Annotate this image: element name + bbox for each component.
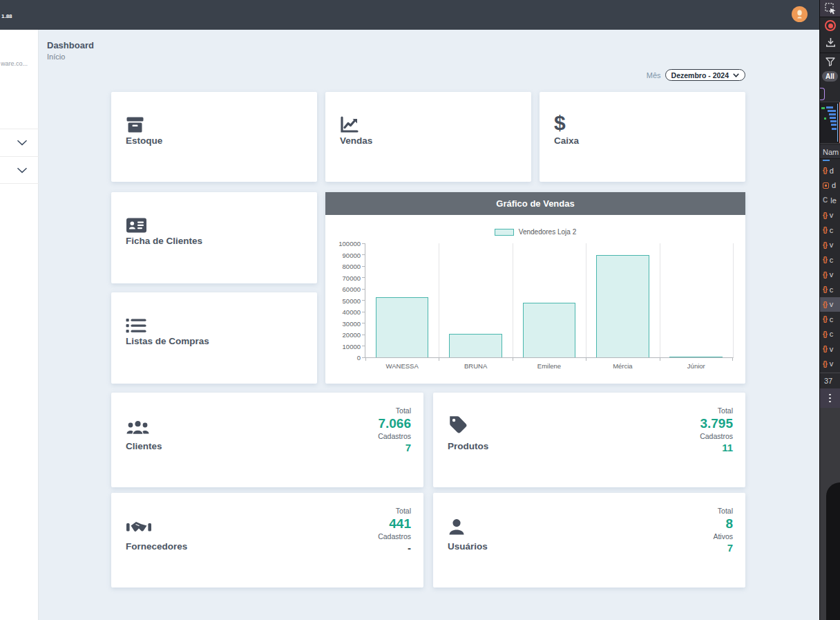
legend-label: Vendedores Loja 2 xyxy=(519,228,576,236)
kebab-menu-icon[interactable] xyxy=(820,388,840,408)
metric-block: Total 441 Cadastros - xyxy=(378,507,411,555)
metric-label: Cadastros xyxy=(378,532,411,541)
request-name: v xyxy=(830,270,834,279)
metric-label: Total xyxy=(713,507,733,516)
network-request-row[interactable]: {}c xyxy=(820,252,840,267)
bar-chart-plot: 0100002000030000400005000060000700008000… xyxy=(365,243,734,358)
user-icon xyxy=(448,511,466,536)
network-request-row[interactable]: d xyxy=(820,178,840,194)
document-icon xyxy=(823,182,829,189)
network-request-row[interactable]: {}c xyxy=(820,282,840,297)
json-braces-icon: {} xyxy=(823,271,827,279)
y-axis-tick-label: 20000 xyxy=(343,331,361,339)
sidebar-menu-item-1[interactable] xyxy=(0,129,39,156)
metric-value: 8 xyxy=(713,516,733,532)
json-braces-icon: {} xyxy=(823,315,827,323)
person-silhouette-icon xyxy=(795,10,804,19)
network-overview-waterfall[interactable] xyxy=(820,102,840,144)
x-axis-tick-mark xyxy=(732,357,733,361)
splitter-handle[interactable] xyxy=(820,88,825,100)
y-axis-tick-mark xyxy=(362,300,365,301)
nav-card-listas-de-compras[interactable]: Listas de Compras xyxy=(111,292,317,384)
network-request-row[interactable]: Cle xyxy=(820,193,840,208)
legend-swatch xyxy=(495,229,514,236)
network-request-row[interactable]: {}d xyxy=(820,163,840,178)
inspect-element-icon[interactable] xyxy=(825,3,837,17)
network-request-row[interactable]: {}v xyxy=(820,341,840,357)
sidebar-menu-item-2[interactable] xyxy=(0,156,39,184)
chart-bar[interactable] xyxy=(376,297,429,357)
stat-card-produtos[interactable]: Produtos Total 3.795 Cadastros 11 xyxy=(433,393,745,487)
nav-card-ficha-de-clientes[interactable]: Ficha de Clientes xyxy=(111,192,317,283)
json-braces-icon: {} xyxy=(823,301,827,308)
chart-bar[interactable] xyxy=(523,303,576,357)
network-request-row[interactable]: {}v xyxy=(820,357,840,372)
request-name: le xyxy=(830,196,837,205)
request-count: 37 xyxy=(820,373,840,388)
request-name: v xyxy=(830,211,834,219)
chart-bar[interactable] xyxy=(449,334,502,357)
filter-funnel-icon[interactable] xyxy=(825,57,835,69)
month-select[interactable]: Dezembro - 2024 xyxy=(665,69,745,81)
metric-block: Total 7.066 Cadastros 7 xyxy=(378,406,411,455)
chevron-down-icon xyxy=(17,140,28,146)
metric-label: Total xyxy=(700,406,733,415)
sidebar-truncated-text: ware.co... xyxy=(1,60,37,67)
main-content: Dashboard Início Mês Dezembro - 2024 Est… xyxy=(39,30,819,620)
breadcrumb: Início xyxy=(47,53,65,61)
id-card-icon xyxy=(126,212,147,234)
y-axis-tick-mark xyxy=(362,335,365,335)
metric-label: Cadastros xyxy=(378,432,411,441)
dollar-icon: $ xyxy=(554,111,566,133)
chart-line-icon xyxy=(340,111,359,133)
download-icon[interactable] xyxy=(825,37,836,50)
list-icon xyxy=(126,312,146,334)
x-axis-category-label: WANESSA xyxy=(386,362,419,370)
network-request-row[interactable]: {}v xyxy=(820,297,840,312)
y-axis-tick-mark xyxy=(362,289,365,290)
top-navbar: 1.88 xyxy=(0,0,819,30)
y-axis-tick-label: 70000 xyxy=(343,274,361,281)
metric-block: Total 3.795 Cadastros 11 xyxy=(700,406,733,455)
gridline xyxy=(513,243,513,357)
json-braces-icon: {} xyxy=(823,345,827,353)
network-name-column-header[interactable]: Nam xyxy=(820,145,840,159)
y-axis-tick-label: 60000 xyxy=(343,285,361,293)
network-request-row[interactable]: {}v xyxy=(820,267,840,283)
network-request-row[interactable]: {}c xyxy=(820,327,840,342)
request-name: d xyxy=(832,181,836,189)
x-axis-tick-mark xyxy=(439,357,439,361)
json-braces-icon: {} xyxy=(823,167,827,174)
divider xyxy=(820,17,840,17)
stat-card-clientes[interactable]: Clientes Total 7.066 Cadastros 7 xyxy=(111,393,423,487)
y-axis-tick-mark xyxy=(362,312,365,312)
stat-card-label: Clientes xyxy=(126,441,162,451)
metric-value: 441 xyxy=(378,516,411,532)
record-stop-icon[interactable] xyxy=(825,20,836,31)
y-axis-tick-label: 0 xyxy=(357,354,361,361)
chart-bar[interactable] xyxy=(669,357,723,357)
nav-card-vendas[interactable]: Vendas xyxy=(325,92,531,182)
stat-card-fornecedores[interactable]: Fornecedores Total 441 Cadastros - xyxy=(111,493,423,588)
nav-card-estoque[interactable]: Estoque xyxy=(111,92,317,182)
x-axis-tick-mark xyxy=(586,357,586,361)
nav-card-caixa[interactable]: $ Caixa xyxy=(540,92,745,182)
nav-card-label: Vendas xyxy=(340,135,372,146)
network-request-row[interactable]: {}v xyxy=(820,238,840,253)
y-axis-tick-label: 100000 xyxy=(338,240,361,247)
network-request-row[interactable]: {}v xyxy=(820,208,840,223)
request-name: v xyxy=(830,359,834,368)
network-request-row[interactable]: {}c xyxy=(820,223,840,238)
chart-bar[interactable] xyxy=(596,255,649,358)
stat-card-usuarios[interactable]: Usuários Total 8 Ativos 7 xyxy=(433,493,745,588)
divider xyxy=(820,53,840,53)
left-sidebar: ware.co... xyxy=(0,30,39,620)
user-avatar[interactable] xyxy=(792,6,808,22)
request-name: v xyxy=(830,241,834,249)
chart-title: Gráfico de Vendas xyxy=(325,192,745,215)
json-braces-icon: {} xyxy=(823,285,827,293)
filter-all-button[interactable]: All xyxy=(822,71,838,82)
network-request-row[interactable]: {}c xyxy=(820,312,840,327)
y-axis-tick-mark xyxy=(362,266,365,267)
y-axis-tick-label: 30000 xyxy=(343,319,361,327)
